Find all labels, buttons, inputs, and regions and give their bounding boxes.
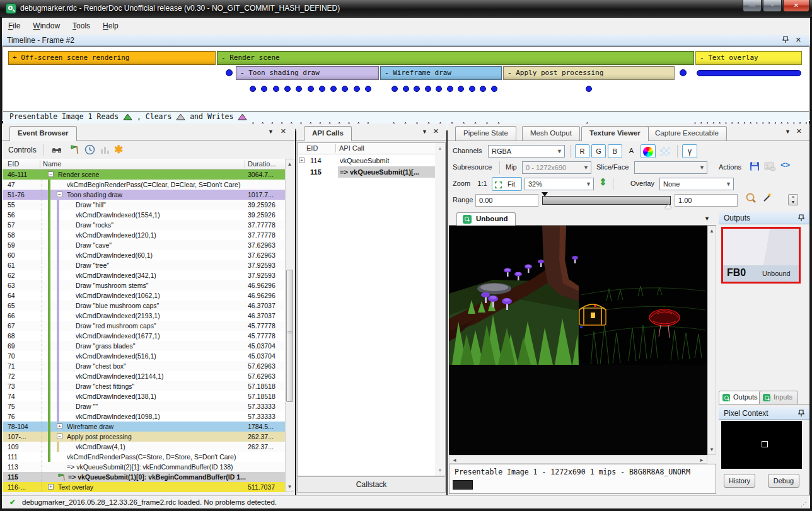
- pixel-context-view[interactable]: [721, 421, 802, 469]
- callstack-footer[interactable]: Callstack: [297, 476, 446, 493]
- table-row[interactable]: 47vkCmdBeginRenderPass(C=Clear, D=Clear,…: [3, 180, 285, 190]
- save-icon[interactable]: [749, 161, 760, 175]
- table-row[interactable]: 69Draw "grass blades"45.03704: [3, 341, 285, 351]
- green-channel-button[interactable]: G: [591, 144, 606, 158]
- range-white-handle[interactable]: [665, 201, 671, 209]
- timeline-canvas[interactable]: + Off-screen scene rendering- Render sce…: [3, 46, 809, 120]
- texture-vscrollbar[interactable]: ▲▼: [707, 226, 716, 455]
- tree-expander-icon[interactable]: −: [57, 433, 62, 439]
- table-row[interactable]: −107-...Apply post processing262.37...: [3, 432, 285, 442]
- table-row[interactable]: 59Draw "cave"37.62963: [3, 240, 285, 250]
- table-row[interactable]: 61Draw "tree"37.92593: [3, 260, 285, 270]
- range-slider[interactable]: [542, 196, 671, 205]
- gamma-button[interactable]: γ: [682, 144, 697, 158]
- column-eid[interactable]: EID: [306, 144, 318, 152]
- tab-mesh-output[interactable]: Mesh Output: [522, 126, 580, 141]
- colorwheel-button[interactable]: [641, 144, 656, 158]
- api-calls-scrollbar[interactable]: ▲ ▼: [435, 143, 445, 476]
- red-channel-button[interactable]: R: [575, 144, 589, 158]
- column-api-call[interactable]: API Call: [339, 144, 364, 152]
- close-icon[interactable]: ✕: [281, 127, 286, 135]
- history-button[interactable]: History: [724, 474, 755, 488]
- timeline-marker-off-screen-scene-rendering[interactable]: + Off-screen scene rendering: [8, 51, 216, 65]
- menu-help[interactable]: Help: [96, 18, 125, 33]
- timeline-draw-dot[interactable]: [284, 86, 291, 92]
- pin-icon[interactable]: [798, 214, 804, 223]
- close-button[interactable]: ✕: [783, 0, 809, 12]
- table-row[interactable]: −46-111Render scene3064.7...: [3, 169, 285, 180]
- range-black-handle[interactable]: [542, 192, 548, 200]
- timeline-draw-dot[interactable]: [330, 86, 337, 92]
- tree-expander-icon[interactable]: +: [48, 484, 54, 490]
- chevron-down-icon[interactable]: ▼: [422, 129, 427, 135]
- range-max-input[interactable]: 1.00: [675, 194, 738, 207]
- table-row[interactable]: 109vkCmdDraw(4,1)262.37...: [3, 442, 285, 452]
- tree-expander-icon[interactable]: −: [48, 171, 54, 177]
- table-row[interactable]: 76vkCmdDrawIndexed(1098,1)57.33333: [3, 411, 285, 422]
- alpha-channel-button[interactable]: A: [624, 144, 639, 158]
- timeline-draw-dot[interactable]: [296, 86, 302, 92]
- fb0-thumbnail[interactable]: FB0 Unbound: [721, 227, 801, 284]
- table-row[interactable]: 115=> vkQueueSubmit(1)[0]: vkBeginComman…: [3, 472, 285, 482]
- timeline-marker-render-scene[interactable]: - Render scene: [217, 51, 694, 65]
- flip-vertical-icon[interactable]: ⇕: [599, 176, 607, 188]
- timeline-draw-dot[interactable]: [261, 86, 267, 92]
- timeline-event-pill[interactable]: [697, 70, 801, 76]
- timeline-event-dot[interactable]: [680, 69, 687, 76]
- menu-window[interactable]: Window: [26, 18, 66, 33]
- debug-button[interactable]: Debug: [768, 474, 799, 488]
- checker-background-button[interactable]: [658, 144, 673, 158]
- minimize-button[interactable]: —: [743, 0, 762, 12]
- table-row[interactable]: 62vkCmdDrawIndexed(342,1)37.92593: [3, 270, 285, 280]
- column-duration[interactable]: Duratio...: [248, 160, 276, 168]
- timeline-draw-dot[interactable]: [354, 86, 360, 92]
- table-row[interactable]: 74vkCmdDrawIndexed(138,1)57.18518: [3, 391, 285, 401]
- timeline-draw-dot[interactable]: [319, 86, 325, 92]
- table-row[interactable]: +116-...Text overlay511.7037: [3, 482, 285, 492]
- column-eid[interactable]: EID: [8, 160, 19, 168]
- table-row[interactable]: 57Draw "rocks"37.77778: [3, 220, 285, 230]
- timeline-draw-dot[interactable]: [447, 86, 453, 92]
- time-clock-icon[interactable]: [84, 144, 95, 158]
- find-icon[interactable]: [51, 144, 62, 158]
- table-row[interactable]: 75Draw ""57.33333: [3, 401, 285, 411]
- pin-icon[interactable]: [798, 410, 804, 418]
- timeline-draw-dot[interactable]: [365, 86, 371, 92]
- table-row[interactable]: 63Draw "mushroom stems"46.96296: [3, 280, 285, 290]
- timeline-draw-dot[interactable]: [458, 86, 464, 92]
- timeline-marker-text-overlay[interactable]: - Text overlay: [695, 51, 802, 65]
- tab-api-calls[interactable]: API Calls: [304, 126, 352, 141]
- table-row[interactable]: 67Draw "red mushroom caps"45.77778: [3, 321, 285, 331]
- maximize-button[interactable]: ▫: [763, 0, 782, 12]
- bookmark-flag-icon[interactable]: [69, 144, 80, 158]
- timeline-draw-dot[interactable]: [469, 86, 475, 92]
- table-row[interactable]: 64vkCmdDrawIndexed(1062,1)46.96296: [3, 290, 285, 301]
- timeline-draw-dot[interactable]: [436, 86, 442, 92]
- table-row[interactable]: +78-104Wireframe draw1784.5...: [3, 422, 285, 432]
- tab-inputs[interactable]: Inputs: [759, 391, 798, 405]
- timeline-draw-dot[interactable]: [480, 86, 486, 92]
- texture-display[interactable]: [449, 226, 707, 455]
- table-row[interactable]: 66vkCmdDrawIndexed(2193,1)46.37037: [3, 311, 285, 321]
- table-row[interactable]: 73Draw "chest fittings"57.18518: [3, 381, 285, 391]
- timeline-draw-dot[interactable]: [250, 86, 256, 92]
- texture-hscrollbar[interactable]: ◄ ►: [449, 455, 707, 464]
- table-row[interactable]: 71Draw "chest box"57.62963: [3, 361, 285, 371]
- timeline-draw-dot[interactable]: [425, 86, 431, 92]
- table-row[interactable]: 60vkCmdDrawIndexed(60,1)37.62963: [3, 250, 285, 260]
- zoom-level-dropdown[interactable]: 32%▼: [525, 178, 594, 190]
- table-row[interactable]: −51-76Toon shading draw1017.7...: [3, 190, 285, 200]
- channels-dropdown[interactable]: RGBA▼: [488, 145, 565, 158]
- table-row[interactable]: 56vkCmdDrawIndexed(1554,1)39.25926: [3, 210, 285, 220]
- tree-expander-icon[interactable]: +: [299, 158, 304, 163]
- table-row[interactable]: 111vkCmdEndRenderPass(C=Store, D=Store, …: [3, 452, 285, 462]
- tree-expander-icon[interactable]: +: [57, 423, 62, 429]
- close-icon[interactable]: ✕: [796, 127, 802, 135]
- table-row[interactable]: 70vkCmdDrawIndexed(516,1)45.03704: [3, 351, 285, 361]
- table-row[interactable]: 68vkCmdDrawIndexed(1677,1)45.77778: [3, 331, 285, 341]
- range-min-input[interactable]: 0.00: [475, 194, 538, 207]
- texture-image[interactable]: [449, 226, 707, 365]
- timeline-draw-dot[interactable]: [491, 86, 497, 92]
- tab-pipeline-state[interactable]: Pipeline State: [455, 126, 516, 141]
- tab-texture-viewer[interactable]: Texture Viewer: [581, 126, 649, 141]
